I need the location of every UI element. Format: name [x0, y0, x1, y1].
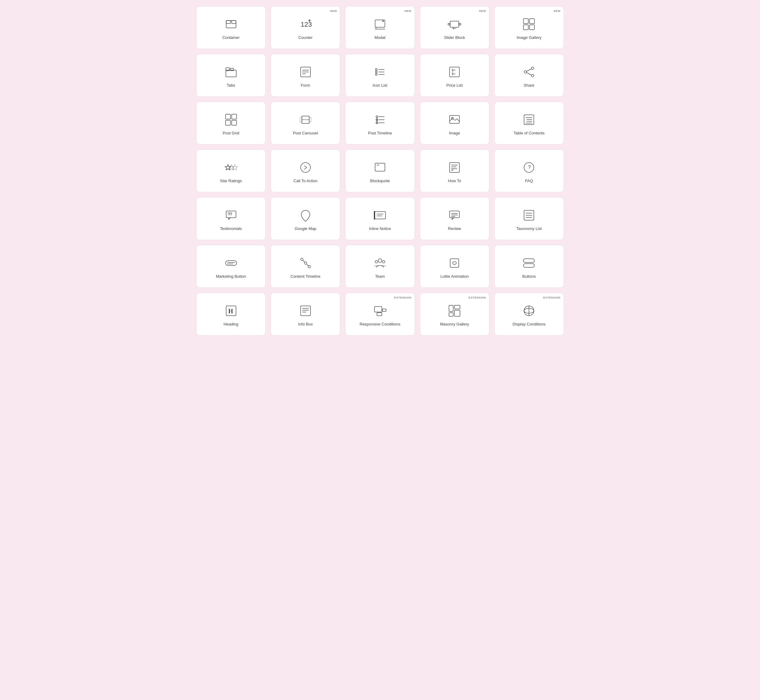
- image-gallery-icon: [522, 17, 536, 31]
- card-heading[interactable]: HHeading: [196, 293, 266, 336]
- card-counter[interactable]: NEW123Counter: [271, 6, 340, 49]
- svg-rect-81: [375, 212, 385, 219]
- card-slider-block[interactable]: NEWSlider Block: [420, 6, 489, 49]
- share-label: Share: [524, 83, 534, 88]
- slider-block-icon: [447, 17, 462, 31]
- card-post-timeline[interactable]: Post Timeline: [345, 102, 415, 145]
- card-testimonials[interactable]: 99Testimonials: [196, 197, 266, 240]
- card-review[interactable]: Review: [420, 197, 489, 240]
- table-of-contents-icon: [522, 112, 536, 127]
- card-how-to[interactable]: How To: [420, 149, 489, 192]
- svg-rect-17: [523, 19, 528, 23]
- svg-point-9: [375, 27, 376, 28]
- card-form[interactable]: Form: [271, 54, 340, 97]
- svg-rect-118: [449, 312, 453, 316]
- card-price-list[interactable]: $=$=Price List: [420, 54, 489, 97]
- card-info-box[interactable]: Info Box: [271, 293, 340, 336]
- team-label: Team: [375, 274, 385, 279]
- form-label: Form: [301, 83, 310, 88]
- post-timeline-label: Post Timeline: [368, 131, 392, 136]
- svg-rect-11: [450, 21, 459, 27]
- card-google-map[interactable]: Google Map: [271, 197, 340, 240]
- card-image[interactable]: Image: [420, 102, 489, 145]
- card-display-conditions[interactable]: EXTENSIONDisplay Conditions: [494, 293, 564, 336]
- badge-display-conditions: EXTENSION: [543, 296, 561, 299]
- share-icon: [522, 65, 536, 79]
- modal-icon: [373, 17, 387, 31]
- image-gallery-label: Image Gallery: [517, 35, 542, 41]
- svg-rect-104: [450, 259, 459, 267]
- card-tabs[interactable]: Tabs: [196, 54, 266, 97]
- svg-text:123: 123: [301, 20, 312, 28]
- card-star-ratings[interactable]: Star Ratings: [196, 149, 266, 192]
- widget-grid: ContainerNEW123CounterNEWModalNEWSlider …: [196, 6, 564, 336]
- how-to-icon: [447, 160, 462, 175]
- card-call-to-action[interactable]: Call To Action: [271, 149, 340, 192]
- how-to-label: How To: [448, 178, 461, 184]
- svg-rect-109: [301, 306, 310, 316]
- inline-notice-icon: [373, 208, 387, 223]
- marketing-button-icon: [224, 256, 238, 270]
- call-to-action-icon: [298, 160, 313, 175]
- card-inline-notice[interactable]: Inline Notice: [345, 197, 415, 240]
- svg-marker-64: [225, 164, 231, 170]
- svg-rect-105: [523, 259, 534, 262]
- card-modal[interactable]: NEWModal: [345, 6, 415, 49]
- svg-rect-42: [226, 114, 230, 119]
- card-taxonomy-list[interactable]: Taxonomy List: [494, 197, 564, 240]
- google-map-icon: [298, 208, 313, 223]
- tabs-label: Tabs: [227, 83, 235, 88]
- svg-rect-114: [377, 312, 382, 316]
- svg-rect-43: [232, 114, 237, 119]
- svg-text:?: ?: [528, 165, 531, 170]
- svg-rect-0: [226, 20, 236, 28]
- badge-counter: NEW: [330, 9, 337, 12]
- buttons-icon: [522, 256, 536, 270]
- svg-point-30: [375, 71, 377, 73]
- svg-line-41: [527, 73, 531, 75]
- card-masonry-gallery[interactable]: EXTENSIONMasonry Gallery: [420, 293, 489, 336]
- svg-rect-2: [232, 20, 236, 23]
- svg-point-50: [376, 116, 378, 117]
- card-buttons[interactable]: Buttons: [494, 245, 564, 288]
- card-team[interactable]: Team: [345, 245, 415, 288]
- card-marketing-button[interactable]: Marketing Button: [196, 245, 266, 288]
- svg-text:99: 99: [228, 212, 232, 216]
- google-map-label: Google Map: [295, 226, 316, 231]
- svg-line-40: [527, 69, 531, 71]
- svg-point-16: [455, 28, 456, 29]
- card-content-timeline[interactable]: Content Timeline: [271, 245, 340, 288]
- card-responsive-conditions[interactable]: EXTENSIONResponsive Conditions: [345, 293, 415, 336]
- svg-rect-57: [450, 116, 459, 123]
- card-share[interactable]: Share: [494, 54, 564, 97]
- badge-responsive-conditions: EXTENSION: [394, 296, 412, 299]
- svg-rect-45: [232, 120, 237, 125]
- card-post-carousel[interactable]: Post Carousel: [271, 102, 340, 145]
- lottie-animation-icon: [447, 256, 462, 270]
- svg-rect-21: [226, 70, 236, 77]
- container-label: Container: [222, 35, 239, 41]
- counter-icon: 123: [298, 17, 313, 31]
- card-container[interactable]: Container: [196, 6, 266, 49]
- svg-rect-116: [449, 305, 453, 311]
- svg-point-80: [304, 213, 307, 216]
- card-faq[interactable]: ?FAQ: [494, 149, 564, 192]
- svg-point-39: [531, 74, 534, 77]
- card-icon-list[interactable]: Icon List: [345, 54, 415, 97]
- card-blockquote[interactable]: "Blockquote: [345, 149, 415, 192]
- svg-rect-44: [226, 120, 230, 125]
- masonry-gallery-icon: [447, 303, 462, 318]
- testimonials-label: Testimonials: [220, 226, 242, 231]
- call-to-action-label: Call To Action: [294, 178, 318, 184]
- post-grid-icon: [224, 112, 238, 127]
- marketing-button-label: Marketing Button: [216, 274, 246, 279]
- card-table-of-contents[interactable]: Table of Contents: [494, 102, 564, 145]
- svg-text:": ": [377, 163, 379, 170]
- card-post-grid[interactable]: Post Grid: [196, 102, 266, 145]
- svg-rect-115: [382, 309, 386, 311]
- svg-rect-119: [454, 310, 460, 316]
- tabs-icon: [224, 65, 238, 79]
- card-image-gallery[interactable]: NEWImage Gallery: [494, 6, 564, 49]
- card-lottie-animation[interactable]: Lottie Animation: [420, 245, 489, 288]
- price-list-label: Price List: [446, 83, 462, 88]
